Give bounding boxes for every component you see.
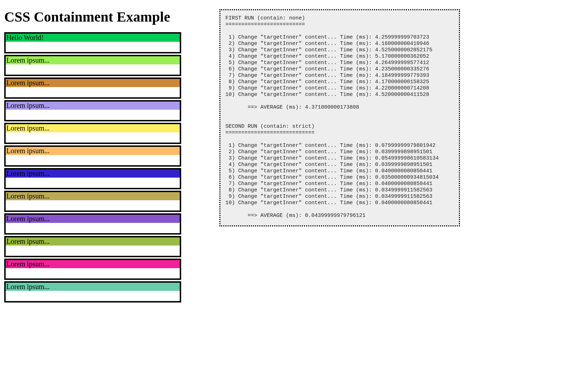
content-box: Lorem ipsum... [4,191,181,212]
content-box-label: Lorem ipsum... [6,56,180,64]
content-box: Lorem ipsum... [4,259,181,280]
content-box-label: Lorem ipsum... [6,79,180,87]
content-box-label: Lorem ipsum... [6,260,180,268]
content-box: Lorem ipsum... [4,145,181,167]
page-root: CSS Containment Example Hello World!Lore… [0,0,564,392]
content-box: Lorem ipsum... [4,213,181,235]
content-box: Lorem ipsum... [4,168,181,189]
content-box: Lorem ipsum... [4,123,181,144]
content-box-label: Lorem ipsum... [6,124,180,132]
content-box: Lorem ipsum... [4,281,181,302]
content-box-label: Lorem ipsum... [6,147,180,155]
content-box-label: Lorem ipsum... [6,192,180,200]
content-box: Lorem ipsum... [4,77,181,99]
log-panel: FIRST RUN (contain: none) ==============… [219,9,460,226]
content-box-label: Lorem ipsum... [6,215,180,223]
boxes-column: Hello World!Lorem ipsum...Lorem ipsum...… [4,32,181,302]
content-box-label: Hello World! [6,34,180,42]
content-box: Hello World! [4,32,181,53]
content-box-label: Lorem ipsum... [6,283,180,291]
content-box-label: Lorem ipsum... [6,237,180,246]
content-box: Lorem ipsum... [4,55,181,76]
content-box: Lorem ipsum... [4,236,181,257]
content-box-label: Lorem ipsum... [6,102,180,110]
content-box: Lorem ipsum... [4,100,181,121]
content-box-label: Lorem ipsum... [6,169,180,178]
